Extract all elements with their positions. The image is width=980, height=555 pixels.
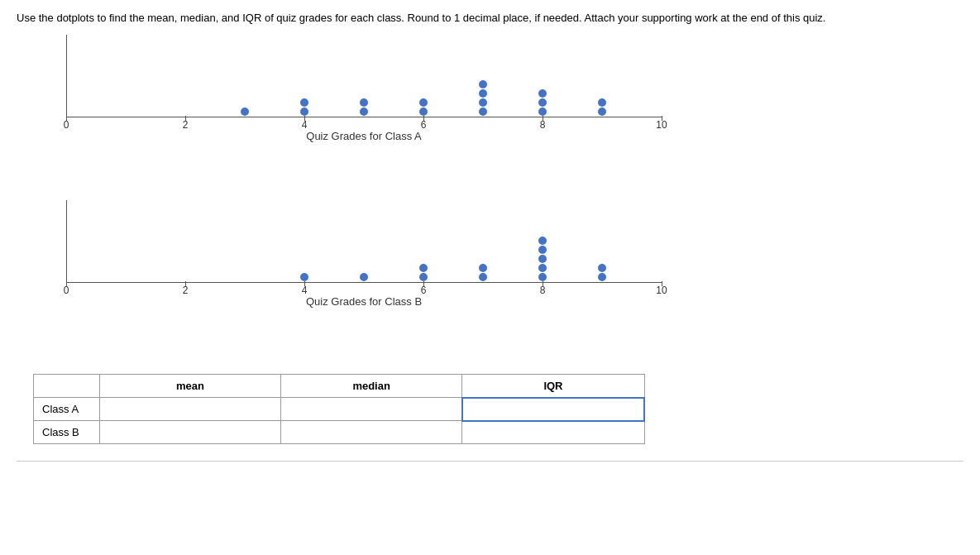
- chart-a: Quiz Grades for Class A 0246810: [66, 35, 662, 142]
- dot-value-7-stack-3: [479, 89, 487, 98]
- tick-mark-10: [662, 116, 662, 121]
- col-header-mean: mean: [100, 374, 281, 398]
- dot-value-8-stack-1: [538, 108, 547, 116]
- dot-value-9-stack-1: [598, 273, 606, 281]
- col-header-median: median: [280, 374, 462, 398]
- dot-value-8-stack-1: [538, 273, 547, 281]
- tick-label-10: 10: [656, 285, 667, 296]
- label-class-b: Class B: [34, 421, 100, 444]
- tick-mark-0: [66, 281, 67, 286]
- chart-a-yaxis: [66, 35, 67, 117]
- mean-input-cell-a: [100, 398, 281, 421]
- dot-value-4-stack-2: [300, 98, 308, 107]
- dot-value-3-stack-1: [241, 108, 249, 116]
- dot-value-6-stack-2: [419, 98, 428, 107]
- page-divider: [17, 461, 963, 462]
- dot-value-5-stack-1: [360, 108, 368, 116]
- dot-value-7-stack-2: [479, 264, 487, 272]
- median-input-b[interactable]: [284, 424, 459, 440]
- chart-b-xaxis: [66, 282, 662, 283]
- mean-input-a[interactable]: [103, 401, 277, 417]
- chart-b-wrapper: Quiz Grades for Class B 0246810: [41, 200, 686, 349]
- table-header-row: mean median IQR: [34, 374, 645, 398]
- tick-mark-2: [185, 116, 186, 121]
- label-class-a: Class A: [34, 398, 100, 421]
- tick-label-10: 10: [656, 119, 667, 131]
- tick-mark-6: [423, 281, 424, 286]
- dot-value-8-stack-5: [538, 237, 547, 245]
- dot-value-9-stack-2: [598, 264, 606, 272]
- tick-label-6: 6: [421, 285, 427, 296]
- mean-input-cell-b: [100, 421, 281, 444]
- median-input-cell-b: [280, 421, 462, 444]
- dot-value-7-stack-2: [479, 98, 487, 107]
- tick-label-0: 0: [64, 119, 69, 131]
- chart-b: Quiz Grades for Class B 0246810: [66, 200, 662, 308]
- tick-mark-0: [66, 116, 67, 121]
- col-header-iqr: IQR: [462, 374, 644, 398]
- tick-label-8: 8: [540, 285, 546, 296]
- tick-mark-8: [543, 281, 543, 286]
- dot-value-4-stack-1: [300, 273, 308, 281]
- tick-mark-10: [662, 281, 662, 286]
- median-input-a[interactable]: [284, 401, 458, 417]
- dot-value-8-stack-2: [538, 98, 547, 107]
- dot-value-8-stack-2: [538, 264, 547, 272]
- tick-mark-4: [304, 281, 305, 286]
- tick-label-6: 6: [421, 119, 427, 131]
- dot-value-7-stack-1: [479, 108, 487, 116]
- iqr-input-cell-b: [462, 421, 644, 444]
- tick-label-0: 0: [64, 285, 69, 296]
- col-header-empty: [34, 374, 100, 398]
- iqr-input-b[interactable]: [466, 424, 640, 440]
- tick-label-4: 4: [302, 285, 308, 296]
- tick-label-2: 2: [183, 119, 189, 131]
- dot-value-9-stack-2: [598, 98, 606, 107]
- dot-value-8-stack-4: [538, 246, 547, 254]
- iqr-input-cell-a: [462, 398, 644, 421]
- tick-mark-2: [185, 281, 186, 286]
- dot-value-8-stack-3: [538, 255, 547, 263]
- dot-value-5-stack-2: [360, 98, 368, 107]
- dot-value-6-stack-1: [419, 108, 428, 116]
- dot-value-8-stack-3: [538, 89, 547, 98]
- iqr-input-a[interactable]: [466, 401, 640, 417]
- table-row-class-b: Class B: [34, 421, 645, 444]
- tick-label-8: 8: [540, 119, 546, 131]
- dot-value-6-stack-2: [419, 264, 428, 272]
- tick-mark-8: [543, 116, 543, 121]
- chart-b-yaxis: [66, 200, 67, 283]
- dot-value-7-stack-1: [479, 273, 487, 281]
- chart-a-xaxis: [66, 117, 662, 117]
- chart-b-title: Quiz Grades for Class B: [306, 295, 422, 308]
- tick-label-4: 4: [302, 119, 308, 131]
- dot-value-9-stack-1: [598, 108, 606, 116]
- table-section: mean median IQR Class A Class B: [33, 374, 963, 445]
- tick-mark-6: [423, 116, 424, 121]
- dot-value-7-stack-4: [479, 80, 487, 89]
- chart-a-wrapper: Quiz Grades for Class A 0246810: [41, 35, 686, 184]
- instruction-text: Use the dotplots to find the mean, media…: [17, 10, 963, 26]
- tick-mark-4: [304, 116, 305, 121]
- median-input-cell-a: [280, 398, 462, 421]
- chart-a-title: Quiz Grades for Class A: [306, 130, 421, 142]
- table-row-class-a: Class A: [34, 398, 645, 421]
- charts-container: Quiz Grades for Class A 0246810 Quiz Gra…: [41, 35, 963, 349]
- dot-value-6-stack-1: [419, 273, 428, 281]
- tick-label-2: 2: [183, 285, 189, 296]
- data-table: mean median IQR Class A Class B: [33, 374, 645, 445]
- dot-value-5-stack-1: [360, 273, 368, 281]
- dot-value-4-stack-1: [300, 108, 308, 116]
- mean-input-b[interactable]: [103, 424, 277, 440]
